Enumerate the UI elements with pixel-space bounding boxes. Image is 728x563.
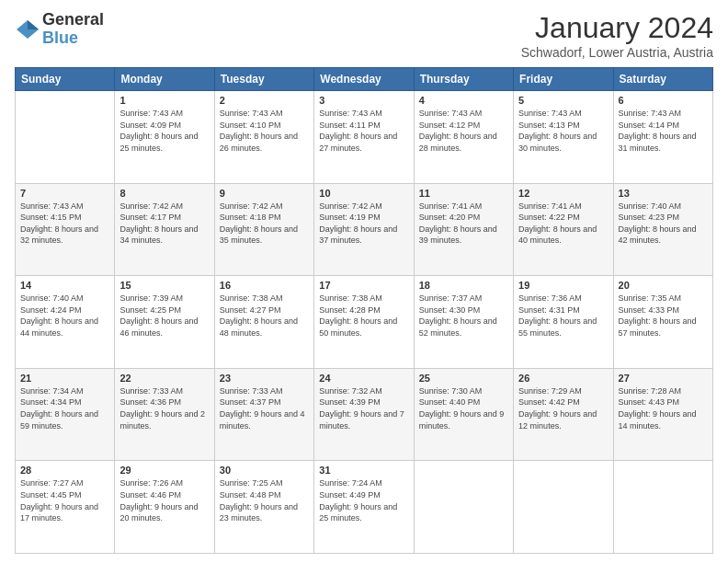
calendar-cell: 18Sunrise: 7:37 AMSunset: 4:30 PMDayligh… (414, 276, 513, 369)
day-info: Sunrise: 7:25 AMSunset: 4:48 PMDaylight:… (220, 477, 309, 523)
day-info: Sunrise: 7:34 AMSunset: 4:34 PMDaylight:… (20, 385, 109, 431)
day-info: Sunrise: 7:43 AMSunset: 4:12 PMDaylight:… (419, 108, 508, 154)
weekday-header-saturday: Saturday (613, 68, 712, 91)
day-info: Sunrise: 7:42 AMSunset: 4:17 PMDaylight:… (119, 201, 209, 247)
calendar-cell: 12Sunrise: 7:41 AMSunset: 4:22 PMDayligh… (514, 183, 613, 276)
calendar-cell: 15Sunrise: 7:39 AMSunset: 4:25 PMDayligh… (115, 276, 214, 369)
weekday-header-sunday: Sunday (16, 68, 115, 91)
day-number: 3 (319, 95, 408, 106)
day-number: 24 (319, 373, 408, 384)
day-info: Sunrise: 7:42 AMSunset: 4:19 PMDaylight:… (319, 201, 408, 247)
day-number: 30 (220, 465, 309, 476)
calendar-cell: 16Sunrise: 7:38 AMSunset: 4:27 PMDayligh… (214, 276, 313, 369)
weekday-header-wednesday: Wednesday (314, 68, 414, 91)
day-number: 27 (619, 373, 708, 384)
day-info: Sunrise: 7:43 AMSunset: 4:09 PMDaylight:… (119, 108, 209, 154)
calendar-cell: 1Sunrise: 7:43 AMSunset: 4:09 PMDaylight… (115, 91, 214, 184)
title-area: January 2024 Schwadorf, Lower Austria, A… (521, 11, 713, 60)
logo-general-text: General (42, 11, 104, 29)
calendar-cell: 30Sunrise: 7:25 AMSunset: 4:48 PMDayligh… (214, 461, 313, 554)
day-info: Sunrise: 7:27 AMSunset: 4:45 PMDaylight:… (20, 477, 109, 523)
day-info: Sunrise: 7:33 AMSunset: 4:37 PMDaylight:… (220, 385, 309, 431)
day-info: Sunrise: 7:43 AMSunset: 4:13 PMDaylight:… (518, 108, 608, 154)
calendar-cell: 7Sunrise: 7:43 AMSunset: 4:15 PMDaylight… (16, 183, 115, 276)
calendar-table: SundayMondayTuesdayWednesdayThursdayFrid… (15, 67, 713, 554)
day-info: Sunrise: 7:43 AMSunset: 4:11 PMDaylight:… (319, 108, 408, 154)
calendar-cell: 9Sunrise: 7:42 AMSunset: 4:18 PMDaylight… (214, 183, 313, 276)
day-info: Sunrise: 7:43 AMSunset: 4:14 PMDaylight:… (619, 108, 708, 154)
day-number: 18 (419, 280, 508, 291)
header: General Blue January 2024 Schwadorf, Low… (15, 11, 713, 60)
day-info: Sunrise: 7:41 AMSunset: 4:20 PMDaylight:… (419, 201, 508, 247)
day-info: Sunrise: 7:30 AMSunset: 4:40 PMDaylight:… (419, 385, 508, 431)
day-number: 15 (119, 280, 209, 291)
calendar-cell: 11Sunrise: 7:41 AMSunset: 4:20 PMDayligh… (414, 183, 513, 276)
calendar-page: General Blue January 2024 Schwadorf, Low… (0, 0, 728, 563)
day-info: Sunrise: 7:32 AMSunset: 4:39 PMDaylight:… (319, 385, 408, 431)
day-info: Sunrise: 7:39 AMSunset: 4:25 PMDaylight:… (119, 293, 209, 339)
day-info: Sunrise: 7:36 AMSunset: 4:31 PMDaylight:… (518, 293, 608, 339)
calendar-cell: 25Sunrise: 7:30 AMSunset: 4:40 PMDayligh… (414, 368, 513, 461)
day-number: 9 (220, 188, 309, 199)
calendar-cell (414, 461, 513, 554)
weekday-header-friday: Friday (514, 68, 613, 91)
day-number: 20 (619, 280, 708, 291)
calendar-cell: 14Sunrise: 7:40 AMSunset: 4:24 PMDayligh… (16, 276, 115, 369)
calendar-cell: 28Sunrise: 7:27 AMSunset: 4:45 PMDayligh… (16, 461, 115, 554)
day-number: 29 (119, 465, 209, 476)
day-number: 11 (419, 188, 508, 199)
day-info: Sunrise: 7:33 AMSunset: 4:36 PMDaylight:… (119, 385, 209, 431)
day-info: Sunrise: 7:29 AMSunset: 4:42 PMDaylight:… (518, 385, 608, 431)
calendar-cell: 27Sunrise: 7:28 AMSunset: 4:43 PMDayligh… (613, 368, 712, 461)
day-number: 5 (518, 95, 608, 106)
calendar-cell: 21Sunrise: 7:34 AMSunset: 4:34 PMDayligh… (16, 368, 115, 461)
day-info: Sunrise: 7:26 AMSunset: 4:46 PMDaylight:… (119, 477, 209, 523)
day-number: 22 (119, 373, 209, 384)
location-title: Schwadorf, Lower Austria, Austria (521, 45, 713, 60)
day-number: 26 (518, 373, 608, 384)
day-info: Sunrise: 7:41 AMSunset: 4:22 PMDaylight:… (518, 201, 608, 247)
calendar-cell (514, 461, 613, 554)
day-number: 14 (20, 280, 109, 291)
calendar-cell: 8Sunrise: 7:42 AMSunset: 4:17 PMDaylight… (115, 183, 214, 276)
logo-blue-text: Blue (42, 29, 104, 48)
day-info: Sunrise: 7:28 AMSunset: 4:43 PMDaylight:… (619, 385, 708, 431)
day-info: Sunrise: 7:35 AMSunset: 4:33 PMDaylight:… (619, 293, 708, 339)
calendar-cell: 24Sunrise: 7:32 AMSunset: 4:39 PMDayligh… (314, 368, 414, 461)
svg-marker-1 (28, 20, 39, 29)
calendar-cell: 6Sunrise: 7:43 AMSunset: 4:14 PMDaylight… (613, 91, 712, 184)
day-info: Sunrise: 7:43 AMSunset: 4:15 PMDaylight:… (20, 201, 109, 247)
calendar-cell (16, 91, 115, 184)
day-number: 1 (119, 95, 209, 106)
day-number: 13 (619, 188, 708, 199)
calendar-cell: 23Sunrise: 7:33 AMSunset: 4:37 PMDayligh… (214, 368, 313, 461)
day-number: 21 (20, 373, 109, 384)
calendar-cell: 5Sunrise: 7:43 AMSunset: 4:13 PMDaylight… (514, 91, 613, 184)
day-number: 8 (119, 188, 209, 199)
day-info: Sunrise: 7:24 AMSunset: 4:49 PMDaylight:… (319, 477, 408, 523)
weekday-header-monday: Monday (115, 68, 214, 91)
calendar-cell: 4Sunrise: 7:43 AMSunset: 4:12 PMDaylight… (414, 91, 513, 184)
day-number: 31 (319, 465, 408, 476)
weekday-header-tuesday: Tuesday (214, 68, 313, 91)
day-number: 10 (319, 188, 408, 199)
day-number: 17 (319, 280, 408, 291)
day-number: 4 (419, 95, 508, 106)
calendar-cell: 20Sunrise: 7:35 AMSunset: 4:33 PMDayligh… (613, 276, 712, 369)
day-info: Sunrise: 7:40 AMSunset: 4:24 PMDaylight:… (20, 293, 109, 339)
calendar-cell: 10Sunrise: 7:42 AMSunset: 4:19 PMDayligh… (314, 183, 414, 276)
calendar-cell: 31Sunrise: 7:24 AMSunset: 4:49 PMDayligh… (314, 461, 414, 554)
calendar-cell: 17Sunrise: 7:38 AMSunset: 4:28 PMDayligh… (314, 276, 414, 369)
calendar-cell: 3Sunrise: 7:43 AMSunset: 4:11 PMDaylight… (314, 91, 414, 184)
calendar-cell: 13Sunrise: 7:40 AMSunset: 4:23 PMDayligh… (613, 183, 712, 276)
day-info: Sunrise: 7:40 AMSunset: 4:23 PMDaylight:… (619, 201, 708, 247)
day-number: 2 (220, 95, 309, 106)
calendar-cell: 19Sunrise: 7:36 AMSunset: 4:31 PMDayligh… (514, 276, 613, 369)
month-title: January 2024 (521, 11, 713, 45)
calendar-cell: 2Sunrise: 7:43 AMSunset: 4:10 PMDaylight… (214, 91, 313, 184)
day-number: 23 (220, 373, 309, 384)
day-info: Sunrise: 7:38 AMSunset: 4:28 PMDaylight:… (319, 293, 408, 339)
day-number: 19 (518, 280, 608, 291)
calendar-cell: 29Sunrise: 7:26 AMSunset: 4:46 PMDayligh… (115, 461, 214, 554)
day-number: 25 (419, 373, 508, 384)
